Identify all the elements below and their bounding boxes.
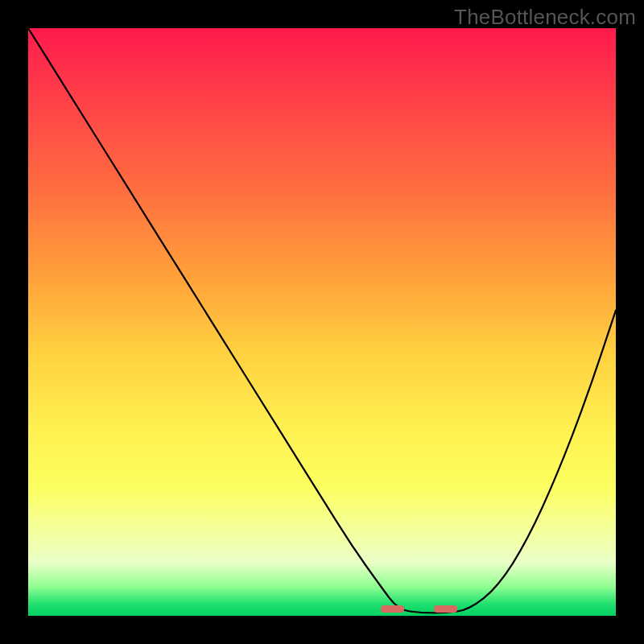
valley-marker <box>434 605 457 613</box>
watermark-text: TheBottleneck.com <box>454 5 636 30</box>
valley-marker <box>381 605 404 613</box>
bottleneck-curve <box>28 28 616 616</box>
curve-path <box>28 28 616 613</box>
chart-plot-area <box>28 28 616 616</box>
